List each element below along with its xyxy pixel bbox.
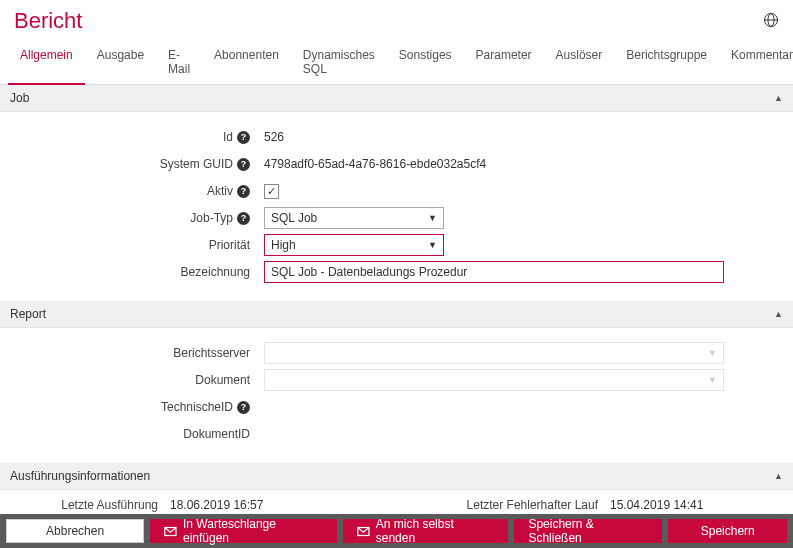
section-title: Report <box>10 307 46 321</box>
label-dokumentid: DokumentID <box>183 427 250 441</box>
send-self-button[interactable]: An mich selbst senden <box>343 519 508 543</box>
input-bezeichnung[interactable]: SQL Job - Datenbeladungs Prozedur <box>264 261 724 283</box>
help-icon[interactable]: ? <box>237 212 250 225</box>
select-value: High <box>271 238 296 252</box>
value-id: 526 <box>260 130 284 144</box>
cancel-button[interactable]: Abbrechen <box>6 519 144 543</box>
tab-ausloser[interactable]: Auslöser <box>544 40 615 84</box>
section-title: Ausführungsinformationen <box>10 469 150 483</box>
help-icon[interactable]: ? <box>237 185 250 198</box>
section-header-exec[interactable]: Ausführungsinformationen ▲ <box>0 463 793 490</box>
checkbox-aktiv[interactable]: ✓ <box>264 184 279 199</box>
tab-email[interactable]: E-Mail <box>156 40 202 84</box>
label-guid: System GUID <box>160 157 233 171</box>
caret-up-icon: ▲ <box>774 471 783 481</box>
help-icon[interactable]: ? <box>237 158 250 171</box>
caret-up-icon: ▲ <box>774 93 783 103</box>
section-header-job[interactable]: Job ▲ <box>0 85 793 112</box>
tab-sonstiges[interactable]: Sonstiges <box>387 40 464 84</box>
footer-toolbar: Abbrechen In Warteschlange einfügen An m… <box>0 514 793 548</box>
section-title: Job <box>10 91 29 105</box>
chevron-down-icon: ▼ <box>708 348 717 358</box>
label-jobtyp: Job-Typ <box>190 211 233 225</box>
value-guid: 4798adf0-65ad-4a76-8616-ebde032a5cf4 <box>260 157 486 171</box>
tab-abonnenten[interactable]: Abonnenten <box>202 40 291 84</box>
enqueue-button[interactable]: In Warteschlange einfügen <box>150 519 337 543</box>
section-header-report[interactable]: Report ▲ <box>0 301 793 328</box>
select-jobtyp[interactable]: SQL Job ▼ <box>264 207 444 229</box>
label-last-fail: Letzter Fehlerhafter Lauf <box>370 498 610 512</box>
tab-allgemein[interactable]: Allgemein <box>8 40 85 85</box>
help-icon[interactable]: ? <box>237 131 250 144</box>
label-dokument: Dokument <box>195 373 250 387</box>
label-technischeid: TechnischeID <box>161 400 233 414</box>
label-bezeichnung: Bezeichnung <box>181 265 250 279</box>
mail-icon <box>357 525 370 538</box>
label-id: Id <box>223 130 233 144</box>
label-prioritaet: Priorität <box>209 238 250 252</box>
save-close-button[interactable]: Speichern & Schließen <box>514 519 662 543</box>
select-value: SQL Job <box>271 211 317 225</box>
select-dokument[interactable]: ▼ <box>264 369 724 391</box>
help-icon[interactable]: ? <box>237 401 250 414</box>
tab-kommentar[interactable]: Kommentar <box>719 40 793 84</box>
button-label: In Warteschlange einfügen <box>183 517 323 545</box>
tab-bar: Allgemein Ausgabe E-Mail Abonnenten Dyna… <box>0 40 793 85</box>
select-prioritaet[interactable]: High ▼ <box>264 234 444 256</box>
mail-icon <box>164 525 177 538</box>
caret-up-icon: ▲ <box>774 309 783 319</box>
tab-parameter[interactable]: Parameter <box>464 40 544 84</box>
tab-ausgabe[interactable]: Ausgabe <box>85 40 156 84</box>
tab-dynsql[interactable]: Dynamisches SQL <box>291 40 387 84</box>
chevron-down-icon: ▼ <box>428 213 437 223</box>
page-title: Bericht <box>14 8 82 34</box>
label-berichtsserver: Berichtsserver <box>173 346 250 360</box>
button-label: An mich selbst senden <box>376 517 495 545</box>
label-aktiv: Aktiv <box>207 184 233 198</box>
globe-icon[interactable] <box>763 12 779 31</box>
value-last-run: 18.06.2019 16:57 <box>170 498 370 512</box>
chevron-down-icon: ▼ <box>428 240 437 250</box>
select-berichtsserver[interactable]: ▼ <box>264 342 724 364</box>
chevron-down-icon: ▼ <box>708 375 717 385</box>
value-last-fail: 15.04.2019 14:41 <box>610 498 770 512</box>
label-last-run: Letzte Ausführung <box>0 498 170 512</box>
tab-berichtsgruppe[interactable]: Berichtsgruppe <box>614 40 719 84</box>
save-button[interactable]: Speichern <box>668 519 787 543</box>
